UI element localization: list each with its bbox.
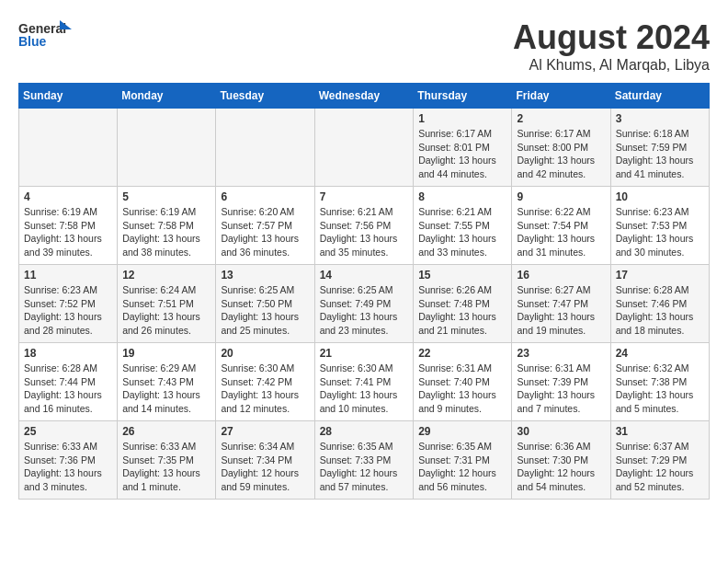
calendar-day: 10Sunrise: 6:23 AM Sunset: 7:53 PM Dayli…	[610, 187, 709, 265]
day-number: 29	[418, 425, 506, 438]
day-number: 9	[517, 190, 605, 203]
day-info: Sunrise: 6:20 AM Sunset: 7:57 PM Dayligh…	[221, 205, 309, 259]
day-number: 14	[320, 269, 409, 282]
calendar-day: 25Sunrise: 6:33 AM Sunset: 7:36 PM Dayli…	[19, 421, 118, 500]
day-info: Sunrise: 6:23 AM Sunset: 7:53 PM Dayligh…	[616, 205, 704, 259]
day-info: Sunrise: 6:21 AM Sunset: 7:56 PM Dayligh…	[320, 205, 409, 259]
calendar-header-row: SundayMondayTuesdayWednesdayThursdayFrid…	[19, 84, 710, 109]
day-info: Sunrise: 6:19 AM Sunset: 7:58 PM Dayligh…	[122, 205, 210, 259]
calendar-table: SundayMondayTuesdayWednesdayThursdayFrid…	[18, 83, 710, 500]
calendar-day	[216, 109, 314, 187]
day-number: 5	[122, 190, 210, 203]
calendar-week-1: 1Sunrise: 6:17 AM Sunset: 8:01 PM Daylig…	[19, 109, 710, 187]
calendar-day: 30Sunrise: 6:36 AM Sunset: 7:30 PM Dayli…	[512, 421, 610, 500]
day-number: 15	[418, 269, 506, 282]
day-number: 12	[122, 269, 210, 282]
calendar-day: 8Sunrise: 6:21 AM Sunset: 7:55 PM Daylig…	[414, 187, 512, 265]
calendar-header-tuesday: Tuesday	[216, 84, 314, 109]
calendar-day: 1Sunrise: 6:17 AM Sunset: 8:01 PM Daylig…	[414, 109, 512, 187]
day-number: 22	[418, 347, 506, 360]
day-number: 30	[517, 425, 605, 438]
day-number: 2	[517, 112, 605, 125]
day-info: Sunrise: 6:17 AM Sunset: 8:01 PM Dayligh…	[418, 127, 506, 181]
calendar-day: 16Sunrise: 6:27 AM Sunset: 7:47 PM Dayli…	[512, 265, 610, 343]
day-info: Sunrise: 6:28 AM Sunset: 7:44 PM Dayligh…	[24, 362, 112, 416]
day-info: Sunrise: 6:22 AM Sunset: 7:54 PM Dayligh…	[517, 205, 605, 259]
day-number: 13	[221, 269, 309, 282]
calendar-day: 12Sunrise: 6:24 AM Sunset: 7:51 PM Dayli…	[118, 265, 216, 343]
calendar-day	[19, 109, 118, 187]
day-info: Sunrise: 6:33 AM Sunset: 7:35 PM Dayligh…	[122, 440, 210, 494]
calendar-header-thursday: Thursday	[414, 84, 512, 109]
day-info: Sunrise: 6:25 AM Sunset: 7:50 PM Dayligh…	[221, 283, 309, 338]
calendar-day: 7Sunrise: 6:21 AM Sunset: 7:56 PM Daylig…	[314, 187, 414, 265]
logo-svg: GeneralBlue	[18, 18, 74, 55]
day-info: Sunrise: 6:27 AM Sunset: 7:47 PM Dayligh…	[517, 283, 605, 338]
calendar-day: 19Sunrise: 6:29 AM Sunset: 7:43 PM Dayli…	[118, 343, 216, 421]
svg-text:Blue: Blue	[18, 34, 47, 49]
calendar-day: 2Sunrise: 6:17 AM Sunset: 8:00 PM Daylig…	[512, 109, 610, 187]
day-info: Sunrise: 6:35 AM Sunset: 7:31 PM Dayligh…	[418, 440, 506, 494]
day-info: Sunrise: 6:30 AM Sunset: 7:41 PM Dayligh…	[320, 362, 409, 416]
calendar-week-3: 11Sunrise: 6:23 AM Sunset: 7:52 PM Dayli…	[19, 265, 710, 343]
calendar-day: 27Sunrise: 6:34 AM Sunset: 7:34 PM Dayli…	[216, 421, 314, 500]
calendar-day: 5Sunrise: 6:19 AM Sunset: 7:58 PM Daylig…	[118, 187, 216, 265]
day-info: Sunrise: 6:24 AM Sunset: 7:51 PM Dayligh…	[122, 283, 210, 338]
day-info: Sunrise: 6:17 AM Sunset: 8:00 PM Dayligh…	[517, 127, 605, 181]
calendar-header-wednesday: Wednesday	[314, 84, 414, 109]
day-number: 6	[221, 190, 309, 203]
calendar-day: 4Sunrise: 6:19 AM Sunset: 7:58 PM Daylig…	[19, 187, 118, 265]
calendar-day: 26Sunrise: 6:33 AM Sunset: 7:35 PM Dayli…	[118, 421, 216, 500]
title-area: August 2024 Al Khums, Al Marqab, Libya	[513, 18, 710, 74]
day-number: 3	[616, 112, 704, 125]
day-info: Sunrise: 6:28 AM Sunset: 7:46 PM Dayligh…	[616, 283, 704, 338]
calendar-day: 6Sunrise: 6:20 AM Sunset: 7:57 PM Daylig…	[216, 187, 314, 265]
header: GeneralBlue August 2024 Al Khums, Al Mar…	[18, 18, 710, 74]
day-number: 25	[24, 425, 112, 438]
day-number: 16	[517, 269, 605, 282]
day-info: Sunrise: 6:36 AM Sunset: 7:30 PM Dayligh…	[517, 440, 605, 494]
day-info: Sunrise: 6:37 AM Sunset: 7:29 PM Dayligh…	[616, 440, 704, 494]
calendar-day: 13Sunrise: 6:25 AM Sunset: 7:50 PM Dayli…	[216, 265, 314, 343]
day-number: 28	[320, 425, 409, 438]
day-info: Sunrise: 6:35 AM Sunset: 7:33 PM Dayligh…	[320, 440, 409, 494]
day-number: 4	[24, 190, 112, 203]
calendar-week-5: 25Sunrise: 6:33 AM Sunset: 7:36 PM Dayli…	[19, 421, 710, 500]
day-number: 19	[122, 347, 210, 360]
calendar-day: 22Sunrise: 6:31 AM Sunset: 7:40 PM Dayli…	[414, 343, 512, 421]
day-info: Sunrise: 6:25 AM Sunset: 7:49 PM Dayligh…	[320, 283, 409, 338]
logo: GeneralBlue	[18, 18, 74, 55]
calendar-day: 9Sunrise: 6:22 AM Sunset: 7:54 PM Daylig…	[512, 187, 610, 265]
calendar-day: 11Sunrise: 6:23 AM Sunset: 7:52 PM Dayli…	[19, 265, 118, 343]
calendar-day	[118, 109, 216, 187]
calendar-header-saturday: Saturday	[610, 84, 709, 109]
day-number: 8	[418, 190, 506, 203]
day-number: 24	[616, 347, 704, 360]
day-info: Sunrise: 6:34 AM Sunset: 7:34 PM Dayligh…	[221, 440, 309, 494]
calendar-day	[314, 109, 414, 187]
main-title: August 2024	[513, 18, 710, 57]
calendar-header-sunday: Sunday	[19, 84, 118, 109]
day-number: 17	[616, 269, 704, 282]
day-info: Sunrise: 6:19 AM Sunset: 7:58 PM Dayligh…	[24, 205, 112, 259]
day-info: Sunrise: 6:21 AM Sunset: 7:55 PM Dayligh…	[418, 205, 506, 259]
day-number: 26	[122, 425, 210, 438]
day-number: 18	[24, 347, 112, 360]
day-info: Sunrise: 6:31 AM Sunset: 7:40 PM Dayligh…	[418, 362, 506, 416]
day-number: 27	[221, 425, 309, 438]
calendar-day: 31Sunrise: 6:37 AM Sunset: 7:29 PM Dayli…	[610, 421, 709, 500]
calendar-day: 29Sunrise: 6:35 AM Sunset: 7:31 PM Dayli…	[414, 421, 512, 500]
calendar-day: 20Sunrise: 6:30 AM Sunset: 7:42 PM Dayli…	[216, 343, 314, 421]
calendar-day: 28Sunrise: 6:35 AM Sunset: 7:33 PM Dayli…	[314, 421, 414, 500]
day-info: Sunrise: 6:32 AM Sunset: 7:38 PM Dayligh…	[616, 362, 704, 416]
calendar-day: 21Sunrise: 6:30 AM Sunset: 7:41 PM Dayli…	[314, 343, 414, 421]
day-number: 1	[418, 112, 506, 125]
calendar-day: 15Sunrise: 6:26 AM Sunset: 7:48 PM Dayli…	[414, 265, 512, 343]
calendar-day: 3Sunrise: 6:18 AM Sunset: 7:59 PM Daylig…	[610, 109, 709, 187]
day-number: 10	[616, 190, 704, 203]
day-info: Sunrise: 6:29 AM Sunset: 7:43 PM Dayligh…	[122, 362, 210, 416]
calendar-header-monday: Monday	[118, 84, 216, 109]
day-number: 31	[616, 425, 704, 438]
day-number: 11	[24, 269, 112, 282]
day-number: 23	[517, 347, 605, 360]
